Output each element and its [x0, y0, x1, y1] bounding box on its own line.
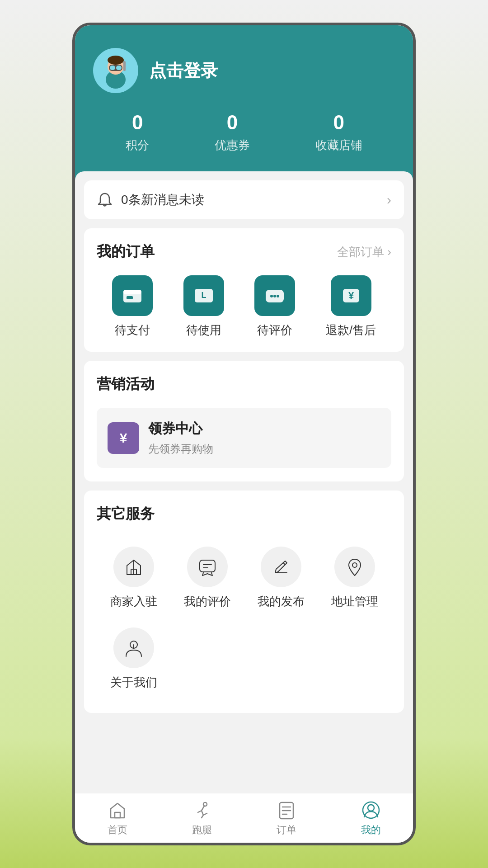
coupon-title: 领券中心 [148, 420, 213, 438]
svg-line-23 [283, 563, 285, 565]
svg-rect-6 [116, 66, 122, 70]
order-item-review[interactable]: 待评价 [254, 275, 295, 338]
marketing-card: 营销活动 ¥ 领券中心 先领券再购物 [84, 361, 404, 481]
review-service-icon-box [187, 547, 228, 587]
nav-item-runner[interactable]: 跑腿 [160, 793, 244, 843]
order-label-pay: 待支付 [115, 322, 150, 338]
svg-rect-9 [123, 290, 141, 294]
orders-title: 我的订单 [97, 242, 155, 262]
service-label-publish: 我的发布 [258, 594, 305, 609]
svg-point-14 [270, 295, 273, 297]
coupon-info: 领券中心 先领券再购物 [148, 420, 213, 456]
order-item-pay[interactable]: 待支付 [112, 275, 153, 338]
phone-frame: 点击登录 0 积分 0 优惠券 0 收藏店铺 [72, 23, 416, 845]
svg-point-34 [368, 805, 374, 811]
notification-text: 0条新消息未读 [121, 191, 204, 208]
order-label-use: 待使用 [186, 322, 221, 338]
publish-icon-box [261, 547, 301, 587]
nav-label-runner: 跑腿 [192, 823, 212, 837]
svg-text:L: L [201, 291, 206, 300]
nav-item-home[interactable]: 首页 [75, 793, 160, 843]
services-card: 其它服务 商家入驻 [84, 491, 404, 713]
header-top: 点击登录 [93, 48, 395, 93]
stat-item-yhq: 0 优惠券 [215, 111, 250, 153]
stat-number-sc: 0 [333, 111, 344, 134]
coupon-subtitle: 先领券再购物 [148, 442, 213, 456]
services-title: 其它服务 [97, 504, 155, 524]
address-icon-box [334, 547, 375, 587]
merchant-icon-box [113, 547, 154, 587]
svg-rect-20 [200, 560, 215, 572]
service-label-about: 关于我们 [110, 675, 157, 690]
order-label-review: 待评价 [257, 322, 292, 338]
coupon-icon: ¥ [108, 422, 139, 454]
notification-bar[interactable]: 0条新消息未读 › [84, 180, 404, 219]
stat-label-jf: 积分 [126, 137, 149, 153]
stat-number-jf: 0 [132, 111, 143, 134]
notif-left: 0条新消息未读 [97, 191, 204, 208]
svg-rect-10 [127, 296, 133, 299]
nav-label-home: 首页 [108, 823, 127, 837]
svg-text:¥: ¥ [348, 290, 354, 301]
services-card-header: 其它服务 [97, 504, 391, 524]
review-icon-box [254, 275, 295, 316]
svg-point-16 [277, 295, 279, 297]
login-text[interactable]: 点击登录 [149, 59, 218, 82]
pay-icon-box [112, 275, 153, 316]
order-label-refund: 退款/售后 [326, 322, 376, 338]
order-item-refund[interactable]: ¥ 退款/售后 [326, 275, 376, 338]
svg-rect-5 [110, 66, 115, 70]
stat-number-yhq: 0 [227, 111, 238, 134]
nav-item-orders[interactable]: 订单 [244, 793, 328, 843]
service-address[interactable]: 地址管理 [318, 538, 391, 618]
bottom-nav: 首页 跑腿 订单 我的 [75, 793, 413, 843]
nav-item-mine[interactable]: 我的 [328, 793, 413, 843]
service-label-address: 地址管理 [331, 594, 378, 609]
marketing-card-header: 营销活动 [97, 374, 391, 394]
service-publish[interactable]: 我的发布 [244, 538, 318, 618]
orders-icons-row: 待支付 L 待使用 [97, 275, 391, 338]
stats-row: 0 积分 0 优惠券 0 收藏店铺 [93, 111, 395, 153]
marketing-title: 营销活动 [97, 374, 155, 394]
svg-point-3 [108, 56, 124, 65]
use-icon-box: L [183, 275, 224, 316]
service-merchant[interactable]: 商家入驻 [97, 538, 170, 618]
service-label-merchant: 商家入驻 [110, 594, 157, 609]
service-review[interactable]: 我的评价 [170, 538, 244, 618]
services-grid: 商家入驻 我的评价 [97, 538, 391, 699]
main-content: 0条新消息未读 › 我的订单 全部订单 › [75, 171, 413, 793]
nav-label-mine: 我的 [361, 823, 381, 837]
svg-point-28 [203, 802, 207, 806]
about-icon-box [113, 627, 154, 668]
service-label-review: 我的评价 [184, 594, 231, 609]
coupon-item[interactable]: ¥ 领券中心 先领券再购物 [97, 408, 391, 468]
stat-label-sc: 收藏店铺 [315, 137, 362, 153]
header: 点击登录 0 积分 0 优惠券 0 收藏店铺 [75, 25, 413, 180]
svg-rect-7 [123, 61, 126, 71]
stat-item-sc: 0 收藏店铺 [315, 111, 362, 153]
stat-item-jf: 0 积分 [126, 111, 149, 153]
svg-rect-27 [115, 812, 120, 818]
orders-card-header: 我的订单 全部订单 › [97, 242, 391, 262]
service-about[interactable]: 关于我们 [97, 618, 170, 699]
orders-all-link[interactable]: 全部订单 › [337, 244, 391, 260]
bell-icon [97, 192, 113, 208]
refund-icon-box: ¥ [331, 275, 371, 316]
order-item-use[interactable]: L 待使用 [183, 275, 224, 338]
chevron-right-icon: › [387, 192, 391, 208]
orders-card: 我的订单 全部订单 › 待支付 [84, 228, 404, 352]
stat-label-yhq: 优惠券 [215, 137, 250, 153]
nav-label-orders: 订单 [277, 823, 296, 837]
avatar[interactable] [93, 48, 138, 93]
svg-point-15 [273, 295, 276, 297]
svg-point-25 [352, 563, 357, 567]
